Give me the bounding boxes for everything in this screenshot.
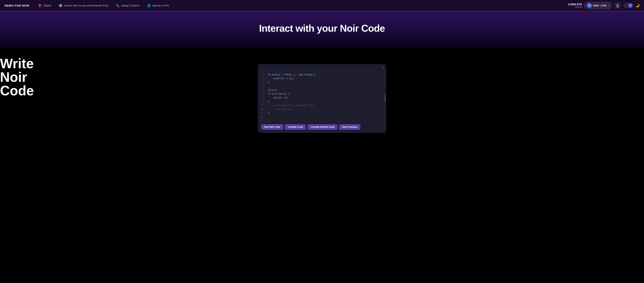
theme-toggle[interactable] — [623, 3, 633, 8]
editor-wrapper: ≡ 123456789101112 fn main(x : Field, y :… — [8, 59, 636, 144]
nav-item-deploy[interactable]: 🏗️ Deploy — [36, 2, 54, 9]
editor-header: ≡ — [258, 65, 386, 71]
code-content[interactable]: fn main(x : Field, y : pub Field) { asse… — [265, 71, 386, 121]
nav-item-debug[interactable]: 🔧 Debug Contracts — [113, 2, 142, 9]
eth-amount: 2.0000 ETH — [568, 3, 582, 6]
screen-icon-button[interactable]: 🖥️ — [614, 2, 621, 9]
chevron-down-icon: ▾ — [608, 5, 609, 7]
compile-code-button[interactable]: Compile Code — [285, 124, 306, 130]
eth-network: Hardhat — [575, 6, 582, 8]
sidebar-text-line2: Noir — [0, 70, 34, 84]
screen-icon: 🖥️ — [616, 4, 620, 7]
sidebar-text-line3: Code — [0, 84, 34, 97]
nav-item-interact[interactable]: ⚙️ Interact with Circuits and Generate P… — [56, 2, 111, 9]
debug-icon: 🔧 — [116, 4, 120, 7]
wallet-button[interactable]: 0X87...C761 ▾ — [584, 2, 612, 9]
wallet-address: 0X87...C761 — [593, 4, 607, 7]
editor-menu-icon[interactable]: ≡ — [382, 66, 384, 69]
eth-balance: 2.0000 ETH Hardhat — [568, 3, 582, 8]
nav-item-deploy-label: Deploy — [44, 4, 51, 7]
navbar: REMIX FOR NOIR 🏗️ Deploy ⚙️ Interact wit… — [0, 0, 644, 11]
nav-right: 2.0000 ETH Hardhat 0X87...C761 ▾ 🖥️ 🌙 — [568, 2, 640, 9]
editor-body: 123456789101112 fn main(x : Field, y : p… — [258, 71, 386, 121]
interact-icon: ⚙️ — [59, 4, 62, 7]
nav-item-ipfs[interactable]: 🌐 Upload to IPFS — [144, 2, 172, 9]
nav-item-interact-label: Interact with Circuits and Generate Proo… — [64, 4, 108, 7]
save-changes-button[interactable]: Save Changes — [339, 124, 360, 130]
main-content: Write Noir Code ≡ 123456789101112 fn mai… — [0, 47, 644, 155]
editor-footer: New Noir Code Compile Code Compile Solid… — [258, 121, 386, 132]
app-logo: REMIX FOR NOIR — [4, 4, 30, 7]
toggle-knob — [628, 4, 632, 8]
nav-item-ipfs-label: Upload to IPFS — [152, 4, 169, 7]
compile-solidity-button[interactable]: Compile Solidity Code — [308, 124, 338, 130]
editor-scrollbar[interactable] — [385, 95, 386, 102]
new-noir-code-button[interactable]: New Noir Code — [261, 124, 283, 130]
line-numbers: 123456789101112 — [258, 71, 265, 121]
hero-banner: Interact with your Noir Code — [0, 11, 644, 47]
hero-title: Interact with your Noir Code — [4, 23, 640, 34]
moon-icon: 🌙 — [635, 4, 640, 8]
code-editor-panel: ≡ 123456789101112 fn main(x : Field, y :… — [258, 64, 386, 133]
deploy-icon: 🏗️ — [38, 4, 42, 7]
nav-items: 🏗️ Deploy ⚙️ Interact with Circuits and … — [36, 2, 568, 9]
nav-item-debug-label: Debug Contracts — [121, 4, 140, 7]
sidebar-text-line1: Write — [0, 57, 34, 70]
ipfs-icon: 🌐 — [147, 4, 151, 7]
wallet-avatar — [587, 3, 592, 8]
sidebar-text: Write Noir Code — [0, 57, 34, 97]
